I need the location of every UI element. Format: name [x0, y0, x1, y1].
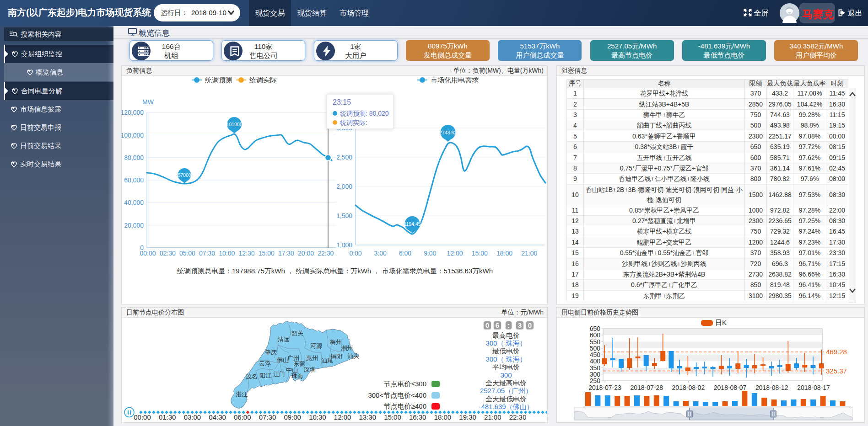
svg-text:韶关: 韶关: [291, 330, 303, 337]
svg-text:80,000: 80,000: [124, 154, 144, 161]
svg-text:珠海: 珠海: [291, 373, 303, 379]
svg-text:07:30: 07:30: [259, 413, 276, 421]
svg-text:湛江: 湛江: [236, 391, 248, 398]
svg-text:惠州: 惠州: [306, 355, 318, 362]
svg-text:10:30: 10:30: [309, 413, 326, 421]
svg-text:2018-08-12: 2018-08-12: [755, 384, 788, 391]
svg-text:57000: 57000: [178, 172, 191, 178]
svg-text:肇庆: 肇庆: [265, 349, 277, 356]
svg-text:469.28: 469.28: [826, 348, 847, 356]
svg-text:1,500: 1,500: [336, 212, 352, 219]
svg-text:05:00: 05:00: [179, 250, 195, 257]
svg-text:100,000: 100,000: [122, 132, 144, 139]
svg-text:阳江: 阳江: [259, 372, 271, 379]
svg-text:12:00: 12:00: [334, 413, 351, 421]
svg-text:15:00: 15:00: [384, 413, 401, 421]
svg-text:2,000: 2,000: [336, 183, 352, 190]
svg-text:佛山: 佛山: [277, 357, 289, 363]
svg-text:02:30: 02:30: [160, 250, 176, 257]
svg-text:00:00: 00:00: [134, 413, 151, 421]
svg-text:03:00: 03:00: [184, 413, 201, 421]
svg-text:统调预测: 统调预测: [205, 76, 232, 84]
svg-text:04:30: 04:30: [209, 413, 226, 421]
svg-text:250: 250: [590, 377, 601, 384]
svg-text:2743.62: 2743.62: [439, 130, 457, 135]
svg-text:汕尾: 汕尾: [321, 357, 333, 364]
svg-text:16:30: 16:30: [409, 413, 426, 421]
svg-text:40,000: 40,000: [124, 199, 144, 206]
svg-text:河源: 河源: [310, 342, 323, 349]
svg-text:18:00: 18:00: [434, 413, 452, 421]
svg-text:22:30: 22:30: [509, 413, 527, 421]
svg-text:10:00: 10:00: [219, 250, 235, 257]
svg-text:江门: 江门: [273, 371, 285, 378]
svg-text:15:00: 15:00: [259, 250, 275, 257]
svg-text:22:30: 22:30: [318, 250, 334, 257]
svg-text:1,000: 1,000: [336, 241, 352, 249]
svg-text:清远: 清远: [278, 336, 290, 343]
svg-text:1194.45: 1194.45: [404, 221, 421, 227]
svg-text:0:00: 0:00: [349, 250, 361, 257]
svg-text:6:00: 6:00: [399, 250, 411, 257]
svg-text:3:00: 3:00: [374, 250, 387, 257]
svg-text:00:00: 00:00: [140, 250, 156, 257]
svg-text:20,000: 20,000: [124, 222, 144, 229]
svg-text:2,500: 2,500: [336, 154, 352, 161]
svg-text:120,000: 120,000: [122, 109, 144, 116]
svg-text:9:00: 9:00: [424, 250, 436, 257]
svg-text:2018-07-23: 2018-07-23: [588, 384, 621, 391]
svg-text:茂名: 茂名: [246, 373, 258, 380]
svg-text:21:00: 21:00: [484, 413, 501, 421]
svg-text:18:00: 18:00: [496, 250, 512, 257]
svg-text:01:30: 01:30: [159, 413, 176, 421]
svg-text:15:00: 15:00: [472, 250, 488, 257]
svg-text:梅州: 梅州: [329, 339, 342, 346]
svg-text:20:00: 20:00: [298, 250, 314, 257]
svg-text:统调预测总电量：197988.75万kWh ， 统调实际总: 统调预测总电量：197988.75万kWh ， 统调实际总电量：万kWh ， 市…: [177, 267, 493, 275]
svg-text:2018-08-17: 2018-08-17: [797, 384, 830, 391]
svg-text:21:00: 21:00: [521, 250, 537, 257]
svg-text:汕头: 汕头: [347, 352, 359, 359]
svg-text:07:30: 07:30: [199, 250, 215, 257]
svg-text:325.37: 325.37: [826, 367, 847, 375]
svg-text:2018-08-07: 2018-08-07: [714, 384, 747, 391]
svg-text:19:30: 19:30: [459, 413, 476, 421]
svg-text:13:30: 13:30: [359, 413, 377, 421]
svg-text:60,000: 60,000: [124, 176, 144, 184]
svg-text:日K: 日K: [715, 319, 727, 326]
svg-text:云浮: 云浮: [259, 360, 271, 367]
svg-text:2018-08-02: 2018-08-02: [672, 384, 705, 391]
svg-text:12:30: 12:30: [238, 250, 254, 257]
svg-text:深圳: 深圳: [303, 366, 316, 373]
svg-text:06:00: 06:00: [234, 413, 251, 421]
svg-text:17:30: 17:30: [278, 250, 294, 257]
svg-text:潮州: 潮州: [341, 345, 353, 351]
svg-text:12:00: 12:00: [447, 250, 463, 257]
svg-text:2018-07-28: 2018-07-28: [630, 384, 663, 391]
svg-text:市场化用电需求: 市场化用电需求: [431, 76, 479, 84]
svg-text:统调实际: 统调实际: [249, 76, 277, 84]
svg-text:101000: 101000: [226, 122, 242, 127]
svg-text:MW: MW: [142, 98, 154, 106]
svg-text:09:00: 09:00: [284, 413, 301, 421]
